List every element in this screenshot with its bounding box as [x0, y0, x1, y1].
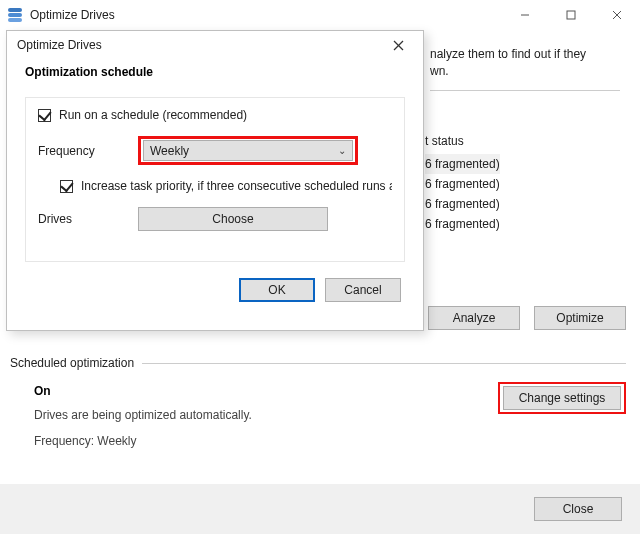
optimization-schedule-dialog: Optimize Drives Optimization schedule Ru… [6, 30, 424, 331]
choose-drives-button[interactable]: Choose [138, 207, 328, 231]
drive-row[interactable]: 6 fragmented) [425, 174, 500, 194]
schedule-frequency: Frequency: Weekly [34, 434, 626, 448]
change-settings-button[interactable]: Change settings [503, 386, 621, 410]
parent-titlebar: Optimize Drives [0, 0, 640, 30]
run-schedule-label: Run on a schedule (recommended) [59, 108, 247, 122]
run-schedule-checkbox[interactable] [38, 109, 51, 122]
divider [430, 90, 620, 91]
drive-row[interactable]: 6 fragmented) [425, 214, 500, 234]
dialog-heading: Optimization schedule [25, 65, 405, 79]
analyze-button[interactable]: Analyze [428, 306, 520, 330]
svg-rect-1 [567, 11, 575, 19]
cancel-button[interactable]: Cancel [325, 278, 401, 302]
minimize-button[interactable] [502, 0, 548, 30]
dialog-title: Optimize Drives [17, 38, 102, 52]
highlight-box: Change settings [498, 382, 626, 414]
divider [142, 363, 626, 364]
dialog-titlebar: Optimize Drives [7, 31, 423, 59]
dialog-form: Run on a schedule (recommended) Frequenc… [25, 97, 405, 262]
parent-title: Optimize Drives [30, 8, 115, 22]
optimize-button[interactable]: Optimize [534, 306, 626, 330]
dialog-close-button[interactable] [377, 32, 419, 58]
description-fragment: nalyze them to find out if they wn. [430, 46, 630, 80]
chevron-down-icon: ⌄ [338, 145, 346, 156]
drive-actions: Analyze Optimize [428, 306, 626, 330]
window-controls [502, 0, 640, 30]
drives-label: Drives [38, 212, 128, 226]
frequency-label: Frequency [38, 144, 128, 158]
drive-row[interactable]: 6 fragmented) [425, 154, 500, 174]
frequency-dropdown[interactable]: Weekly ⌄ [143, 140, 353, 161]
ok-button[interactable]: OK [239, 278, 315, 302]
close-button-bottom[interactable]: Close [534, 497, 622, 521]
increase-priority-checkbox[interactable] [60, 180, 73, 193]
drive-row[interactable]: 6 fragmented) [425, 194, 500, 214]
bottom-bar: Close [0, 484, 640, 534]
frequency-value: Weekly [150, 144, 189, 158]
increase-priority-label: Increase task priority, if three consecu… [81, 179, 392, 193]
close-button[interactable] [594, 0, 640, 30]
highlight-box: Weekly ⌄ [138, 136, 358, 165]
drive-icon [8, 7, 24, 23]
status-column: t status 6 fragmented) 6 fragmented) 6 f… [425, 134, 500, 234]
section-title: Scheduled optimization [10, 356, 134, 370]
maximize-button[interactable] [548, 0, 594, 30]
dialog-buttons: OK Cancel [25, 278, 405, 302]
status-column-header: t status [425, 134, 500, 148]
